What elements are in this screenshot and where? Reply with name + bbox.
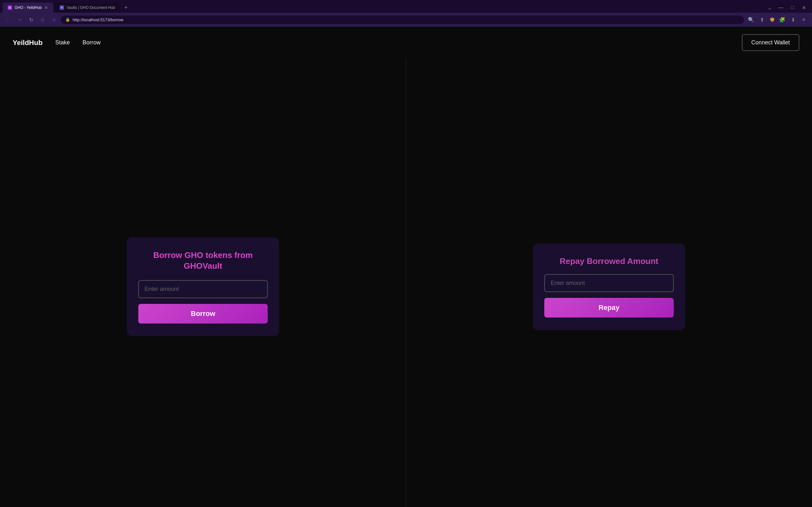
- borrow-card: Borrow GHO tokens from GHOVault Borrow: [127, 237, 279, 337]
- repay-section: Repay Borrowed Amount Repay: [406, 224, 812, 349]
- download-icon[interactable]: ⬇: [789, 15, 798, 24]
- borrow-card-title: Borrow GHO tokens from GHOVault: [138, 250, 268, 272]
- reload-button[interactable]: ↻: [27, 15, 36, 24]
- tab-inactive[interactable]: V Vaults | GHO Document Hub: [55, 3, 120, 12]
- main-content: Borrow GHO tokens from GHOVault Borrow R…: [0, 59, 812, 507]
- bookmark-button[interactable]: ☆: [49, 15, 58, 24]
- nav-borrow[interactable]: Borrow: [83, 39, 101, 46]
- brave-shield-icon[interactable]: 🦁: [768, 16, 776, 23]
- home-button[interactable]: ⌂: [38, 15, 47, 24]
- maximize-icon[interactable]: □: [788, 3, 797, 12]
- borrow-button[interactable]: Borrow: [138, 304, 268, 324]
- nav-left: YeildHub Stake Borrow: [13, 39, 101, 47]
- app-header: YeildHub Stake Borrow Connect Wallet: [0, 26, 812, 59]
- zoom-icon[interactable]: 🔍: [747, 15, 756, 24]
- repay-card-title: Repay Borrowed Amount: [544, 256, 674, 267]
- address-bar[interactable]: 🔒 http://localhost:5173/borrow: [61, 15, 744, 24]
- connect-wallet-button[interactable]: Connect Wallet: [742, 34, 799, 51]
- share-icon[interactable]: ⬆: [757, 15, 766, 24]
- tab-active[interactable]: G GHO - YeildHub ✕: [3, 3, 53, 13]
- nav-logo[interactable]: YeildHub: [13, 39, 43, 47]
- tab-favicon-1: G: [8, 5, 12, 10]
- browser-toolbar: ← → ↻ ⌂ ☆ 🔒 http://localhost:5173/borrow…: [0, 13, 812, 26]
- settings-icon[interactable]: ≡: [799, 15, 808, 24]
- vertical-divider: [406, 59, 406, 507]
- lock-icon: 🔒: [65, 17, 70, 22]
- repay-button[interactable]: Repay: [544, 298, 674, 318]
- tab-label-2: Vaults | GHO Document Hub: [67, 5, 115, 10]
- tab-favicon-2: V: [60, 5, 64, 10]
- app: YeildHub Stake Borrow Connect Wallet Bor…: [0, 26, 812, 507]
- close-window-icon[interactable]: ✕: [799, 3, 808, 12]
- new-tab-button[interactable]: +: [121, 3, 131, 12]
- url-display: http://localhost:5173/borrow: [72, 17, 740, 22]
- repay-card: Repay Borrowed Amount Repay: [533, 243, 685, 331]
- borrow-section: Borrow GHO tokens from GHOVault Borrow: [0, 218, 406, 355]
- minimize-icon[interactable]: —: [776, 3, 785, 12]
- tab-list-icon[interactable]: ⌄: [765, 3, 774, 12]
- tab-bar: G GHO - YeildHub ✕ V Vaults | GHO Docume…: [0, 0, 812, 13]
- back-button[interactable]: ←: [4, 15, 13, 24]
- borrow-amount-input[interactable]: [138, 280, 268, 298]
- nav-stake[interactable]: Stake: [55, 39, 70, 46]
- extensions-icon[interactable]: 🧩: [778, 15, 786, 24]
- toolbar-right: 🔍 ⬆ 🦁 🧩 ⬇ ≡: [747, 15, 808, 24]
- browser-chrome: G GHO - YeildHub ✕ V Vaults | GHO Docume…: [0, 0, 812, 26]
- forward-button[interactable]: →: [15, 15, 24, 24]
- repay-amount-input[interactable]: [544, 274, 674, 292]
- tab-label-1: GHO - YeildHub: [14, 5, 42, 10]
- tab-close-1[interactable]: ✕: [44, 5, 48, 10]
